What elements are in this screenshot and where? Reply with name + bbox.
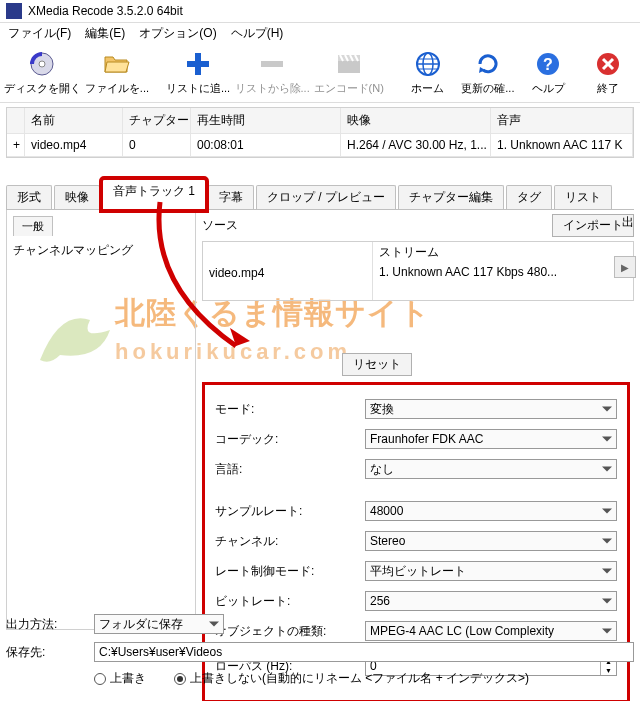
- radio-icon: [94, 673, 106, 685]
- exit-icon: [594, 50, 622, 78]
- help-icon: ?: [534, 50, 562, 78]
- globe-icon: [414, 50, 442, 78]
- clapper-icon: [335, 50, 363, 78]
- ratecontrol-select[interactable]: 平均ビットレート: [365, 561, 617, 581]
- tabs: 形式 映像 音声トラック 1 字幕 クロップ / プレビュー チャプター編集 タ…: [6, 178, 634, 210]
- mode-select[interactable]: 変換: [365, 399, 617, 419]
- tab-subtitles[interactable]: 字幕: [208, 185, 254, 209]
- samplerate-select[interactable]: 48000: [365, 501, 617, 521]
- left-channel-mapping[interactable]: チャンネルマッピング: [13, 242, 189, 259]
- output-label-trunc: 出: [622, 214, 634, 231]
- tab-crop[interactable]: クロップ / プレビュー: [256, 185, 396, 209]
- tool-exit[interactable]: 終了: [578, 48, 638, 98]
- minus-icon: [258, 50, 286, 78]
- app-icon: [6, 3, 22, 19]
- bitrate-label: ビットレート:: [215, 593, 365, 610]
- svg-rect-4: [261, 61, 283, 67]
- output-method-select[interactable]: フォルダに保存: [94, 614, 224, 634]
- col-chapter[interactable]: チャプター: [123, 108, 191, 134]
- col-audio[interactable]: 音声: [491, 108, 633, 134]
- stream-header: ストリーム: [379, 244, 627, 261]
- language-select[interactable]: なし: [365, 459, 617, 479]
- language-label: 言語:: [215, 461, 365, 478]
- menu-options[interactable]: オプション(O): [139, 25, 216, 42]
- output-method-label: 出力方法:: [6, 616, 86, 633]
- radio-icon: [174, 673, 186, 685]
- disc-icon: [28, 50, 56, 78]
- file-row[interactable]: + video.mp4 0 00:08:01 H.264 / AVC 30.00…: [7, 134, 633, 157]
- expand-toggle[interactable]: +: [7, 134, 25, 157]
- tool-add-list[interactable]: リストに追...: [163, 48, 232, 98]
- source-label: ソース: [202, 217, 242, 234]
- file-grid: 名前 チャプター 再生時間 映像 音声 + video.mp4 0 00:08:…: [6, 107, 634, 158]
- tab-chapter-edit[interactable]: チャプター編集: [398, 185, 504, 209]
- tool-home[interactable]: ホーム: [398, 48, 458, 98]
- source-list[interactable]: video.mp4 ストリーム 1. Unknown AAC 117 Kbps …: [202, 241, 634, 301]
- tool-open-disc[interactable]: ディスクを開く: [2, 48, 82, 98]
- left-panel: 一般 チャンネルマッピング: [6, 210, 196, 630]
- ratecontrol-label: レート制御モード:: [215, 563, 365, 580]
- menu-help[interactable]: ヘルプ(H): [231, 25, 284, 42]
- tool-help[interactable]: ? ヘルプ: [518, 48, 578, 98]
- col-name[interactable]: 名前: [25, 108, 123, 134]
- overwrite-radio[interactable]: 上書き: [94, 670, 146, 687]
- col-duration[interactable]: 再生時間: [191, 108, 341, 134]
- no-overwrite-radio[interactable]: 上書きしない(自動的にリネーム <ファイル名 + インデックス>): [174, 670, 529, 687]
- save-dest-input[interactable]: C:¥Users¥user¥Videos: [94, 642, 634, 662]
- channel-select[interactable]: Stereo: [365, 531, 617, 551]
- next-stream-button[interactable]: ▶: [614, 256, 636, 278]
- save-dest-label: 保存先:: [6, 644, 86, 661]
- tool-remove-list[interactable]: リストから除...: [233, 48, 312, 98]
- bitrate-select[interactable]: 256: [365, 591, 617, 611]
- menubar: ファイル(F) 編集(E) オプション(O) ヘルプ(H): [0, 23, 640, 44]
- samplerate-label: サンプルレート:: [215, 503, 365, 520]
- folder-open-icon: [103, 50, 131, 78]
- tab-list[interactable]: リスト: [554, 185, 612, 209]
- tab-tags[interactable]: タグ: [506, 185, 552, 209]
- tool-check-update[interactable]: 更新の確...: [458, 48, 518, 98]
- tab-video[interactable]: 映像: [54, 185, 100, 209]
- tab-audio-track-1[interactable]: 音声トラック 1: [102, 179, 206, 210]
- menu-file[interactable]: ファイル(F): [8, 25, 71, 42]
- tool-encode[interactable]: エンコード(N): [311, 48, 386, 98]
- codec-select[interactable]: Fraunhofer FDK AAC: [365, 429, 617, 449]
- output-area: 出力方法: フォルダに保存 保存先: C:¥Users¥user¥Videos …: [6, 614, 634, 695]
- tab-format[interactable]: 形式: [6, 185, 52, 209]
- source-file: video.mp4: [203, 242, 373, 300]
- play-icon: ▶: [621, 262, 629, 273]
- stream-item[interactable]: 1. Unknown AAC 117 Kbps 480...: [379, 265, 627, 279]
- toolbar: ディスクを開く ファイルを... リストに追... リストから除... エンコー…: [0, 44, 640, 103]
- channel-label: チャンネル:: [215, 533, 365, 550]
- tool-open-file[interactable]: ファイルを...: [82, 48, 151, 98]
- col-video[interactable]: 映像: [341, 108, 491, 134]
- svg-point-1: [39, 61, 45, 67]
- mode-label: モード:: [215, 401, 365, 418]
- subtab-general[interactable]: 一般: [13, 216, 53, 236]
- reset-button[interactable]: リセット: [342, 353, 412, 376]
- plus-icon: [184, 50, 212, 78]
- window-title: XMedia Recode 3.5.2.0 64bit: [28, 4, 183, 18]
- svg-rect-3: [187, 61, 209, 67]
- menu-edit[interactable]: 編集(E): [85, 25, 125, 42]
- svg-rect-5: [338, 61, 360, 73]
- codec-label: コーデック:: [215, 431, 365, 448]
- refresh-icon: [474, 50, 502, 78]
- svg-text:?: ?: [543, 56, 553, 73]
